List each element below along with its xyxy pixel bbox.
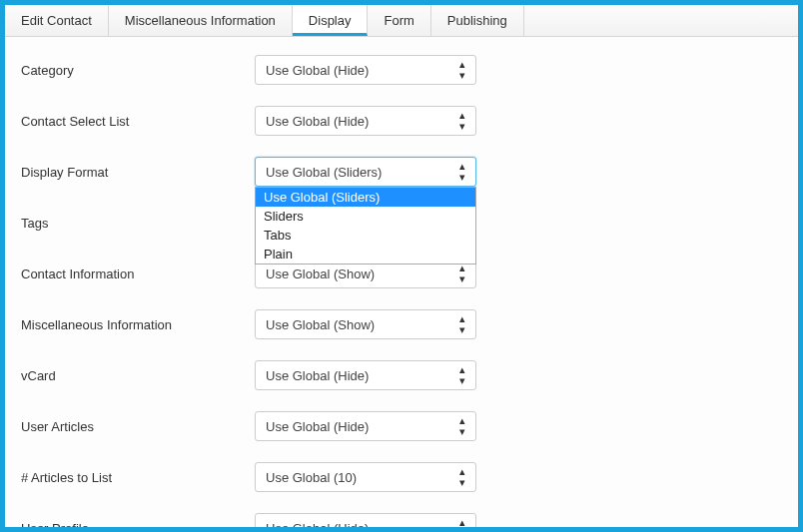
- select-value: Use Global (Hide): [266, 368, 369, 383]
- tab-display[interactable]: Display: [293, 5, 369, 36]
- select-display-format[interactable]: Use Global (Sliders) ▴▾: [255, 157, 476, 187]
- select-category[interactable]: Use Global (Hide) ▴▾: [255, 55, 476, 85]
- select-wrap-articles-to-list: Use Global (10) ▴▾: [255, 462, 476, 492]
- tab-form[interactable]: Form: [368, 5, 430, 36]
- caret-icon: ▴▾: [459, 466, 465, 488]
- label-contact-information: Contact Information: [19, 266, 255, 281]
- caret-icon: ▴▾: [459, 263, 465, 284]
- app-frame: Edit Contact Miscellaneous Information D…: [0, 0, 803, 532]
- tab-miscellaneous-information[interactable]: Miscellaneous Information: [109, 5, 293, 36]
- select-wrap-display-format: Use Global (Sliders) ▴▾ Use Global (Slid…: [255, 157, 476, 187]
- select-value: Use Global (10): [266, 470, 357, 485]
- option-use-global-sliders[interactable]: Use Global (Sliders): [256, 188, 475, 207]
- select-value: Use Global (Hide): [266, 521, 369, 533]
- select-value: Use Global (Show): [266, 317, 375, 332]
- select-articles-to-list[interactable]: Use Global (10) ▴▾: [255, 462, 476, 492]
- select-contact-select-list[interactable]: Use Global (Hide) ▴▾: [255, 106, 476, 136]
- label-display-format: Display Format: [19, 165, 255, 180]
- select-wrap-miscellaneous-information: Use Global (Show) ▴▾: [255, 309, 476, 339]
- field-user-articles: User Articles Use Global (Hide) ▴▾: [19, 411, 784, 441]
- caret-icon: ▴▾: [459, 110, 465, 132]
- label-vcard: vCard: [19, 368, 255, 383]
- caret-icon: ▴▾: [459, 415, 465, 437]
- tab-edit-contact[interactable]: Edit Contact: [5, 5, 109, 36]
- select-miscellaneous-information[interactable]: Use Global (Show) ▴▾: [255, 309, 476, 339]
- caret-icon: ▴▾: [459, 313, 465, 335]
- field-articles-to-list: # Articles to List Use Global (10) ▴▾: [19, 462, 784, 492]
- select-value: Use Global (Hide): [266, 63, 369, 78]
- caret-icon: ▴▾: [459, 517, 465, 532]
- field-contact-select-list: Contact Select List Use Global (Hide) ▴▾: [19, 106, 784, 136]
- select-value: Use Global (Sliders): [266, 165, 382, 180]
- option-sliders[interactable]: Sliders: [256, 207, 475, 226]
- select-wrap-contact-select-list: Use Global (Hide) ▴▾: [255, 106, 476, 136]
- label-articles-to-list: # Articles to List: [19, 470, 255, 485]
- option-plain[interactable]: Plain: [256, 245, 475, 264]
- select-value: Use Global (Show): [266, 266, 375, 281]
- select-vcard[interactable]: Use Global (Hide) ▴▾: [255, 360, 476, 390]
- option-tabs[interactable]: Tabs: [256, 226, 475, 245]
- caret-icon: ▴▾: [459, 364, 465, 386]
- field-user-profile: User Profile Use Global (Hide) ▴▾: [19, 513, 784, 532]
- select-user-articles[interactable]: Use Global (Hide) ▴▾: [255, 411, 476, 441]
- label-user-profile: User Profile: [19, 521, 255, 533]
- label-miscellaneous-information: Miscellaneous Information: [19, 317, 255, 332]
- select-user-profile[interactable]: Use Global (Hide) ▴▾: [255, 513, 476, 532]
- dropdown-display-format: Use Global (Sliders) Sliders Tabs Plain: [255, 187, 476, 265]
- field-category: Category Use Global (Hide) ▴▾: [19, 55, 784, 85]
- caret-icon: ▴▾: [459, 161, 465, 183]
- select-wrap-category: Use Global (Hide) ▴▾: [255, 55, 476, 85]
- label-category: Category: [19, 63, 255, 78]
- select-wrap-user-articles: Use Global (Hide) ▴▾: [255, 411, 476, 441]
- select-value: Use Global (Hide): [266, 419, 369, 434]
- select-wrap-user-profile: Use Global (Hide) ▴▾: [255, 513, 476, 532]
- label-contact-select-list: Contact Select List: [19, 114, 255, 129]
- field-display-format: Display Format Use Global (Sliders) ▴▾ U…: [19, 157, 784, 187]
- field-vcard: vCard Use Global (Hide) ▴▾: [19, 360, 784, 390]
- tab-publishing[interactable]: Publishing: [431, 5, 524, 36]
- label-tags: Tags: [19, 216, 255, 231]
- select-wrap-vcard: Use Global (Hide) ▴▾: [255, 360, 476, 390]
- select-value: Use Global (Hide): [266, 114, 369, 129]
- caret-icon: ▴▾: [459, 59, 465, 81]
- field-miscellaneous-information: Miscellaneous Information Use Global (Sh…: [19, 309, 784, 339]
- tab-bar: Edit Contact Miscellaneous Information D…: [5, 5, 798, 37]
- form-area: Category Use Global (Hide) ▴▾ Contact Se…: [5, 37, 798, 532]
- label-user-articles: User Articles: [19, 419, 255, 434]
